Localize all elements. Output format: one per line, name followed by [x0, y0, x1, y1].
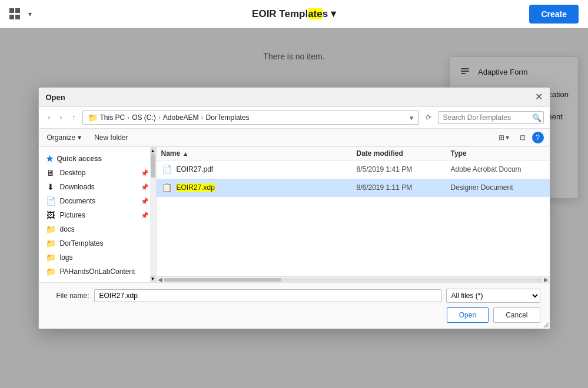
create-button[interactable]: Create — [529, 5, 579, 24]
toolbar-right: ⊞ ▾ ⊡ ? — [494, 131, 544, 144]
h-scroll-thumb[interactable] — [164, 278, 281, 282]
new-folder-button[interactable]: New folder — [91, 132, 131, 143]
dialog-title-bar: Open ✕ — [39, 88, 550, 107]
sort-arrow-icon: ▲ — [182, 150, 188, 157]
dialog-footer: File name: All files (*) Open Cancel — [39, 282, 550, 329]
table-row[interactable]: 📋 EOIR27.xdp 8/6/2019 1:11 PM Designer D… — [157, 179, 550, 197]
h-scroll-left-button[interactable]: ◀ — [158, 276, 162, 282]
sidebar-item-pahandsonlabcontent-label: PAHandsOnLabContent — [60, 267, 135, 276]
file-date-pdf: 8/5/2019 1:41 PM — [357, 165, 451, 173]
table-row[interactable]: 📄 EOIR27.pdf 8/5/2019 1:41 PM Adobe Acro… — [157, 160, 550, 179]
address-bar[interactable]: 📁 This PC › OS (C:) › AdobeAEM › DorTemp… — [82, 111, 419, 125]
downloads-icon: ⬇ — [46, 182, 55, 192]
column-date-header[interactable]: Date modified — [357, 149, 451, 158]
organize-label: Organize — [47, 133, 76, 142]
documents-icon: 📄 — [46, 196, 55, 206]
sidebar-item-documents-label: Documents — [60, 197, 96, 205]
search-input[interactable] — [438, 111, 544, 124]
cancel-button[interactable]: Cancel — [493, 307, 540, 323]
sidebar-item-pictures-label: Pictures — [60, 211, 85, 219]
dialog-close-button[interactable]: ✕ — [535, 92, 543, 102]
view-options-button[interactable]: ⊞ ▾ — [494, 131, 513, 144]
help-button[interactable]: ? — [532, 132, 544, 143]
dialog-body: ★ Quick access 🖥 Desktop 📌 ⬇ Downloads 📌 — [39, 147, 550, 282]
open-dialog: Open ✕ ‹ › ↑ 📁 This PC › OS (C:) › Adobe… — [38, 87, 550, 329]
horizontal-scrollbar: ◀ ▶ — [157, 276, 550, 282]
file-name-input[interactable] — [94, 289, 441, 302]
dialog-nav: ‹ › ↑ 📁 This PC › OS (C:) › AdobeAEM › D… — [39, 107, 550, 129]
file-type-select[interactable]: All files (*) — [446, 289, 540, 303]
sidebar-item-dortemplates-label: DorTemplates — [60, 239, 104, 247]
nav-forward-button[interactable]: › — [57, 111, 66, 124]
pictures-icon: 🖼 — [46, 210, 55, 220]
logs-folder-icon: 📁 — [46, 253, 55, 262]
dialog-title: Open — [46, 93, 65, 102]
sidebar-item-pahandsonlabcontent[interactable]: 📁 PAHandsOnLabContent — [39, 265, 156, 279]
column-name-header[interactable]: Name ▲ — [161, 149, 357, 158]
footer-buttons: Open Cancel — [48, 307, 540, 323]
xdp-file-icon: 📋 — [161, 182, 173, 193]
top-bar: ▾ EOIR Templates ▾ Create — [0, 0, 588, 28]
quick-access-star-icon: ★ — [46, 154, 54, 163]
file-name-row: File name: All files (*) — [48, 289, 540, 303]
file-date-xdp: 8/6/2019 1:11 PM — [357, 183, 451, 192]
sidebar-item-docs[interactable]: 📁 docs — [39, 222, 156, 236]
h-scroll-track — [164, 278, 543, 282]
title-dropdown-icon[interactable]: ▾ — [331, 8, 336, 19]
sidebar-item-docs-label: docs — [60, 225, 75, 233]
dropdown-chevron[interactable]: ▾ — [26, 9, 34, 19]
dortemplates-folder-icon: 📁 — [46, 239, 55, 248]
dialog-overlay: Open ✕ ‹ › ↑ 📁 This PC › OS (C:) › Adobe… — [0, 28, 588, 388]
breadcrumb-os-c[interactable]: OS (C:) — [132, 113, 156, 122]
desktop-pin-icon: 📌 — [141, 169, 149, 177]
sidebar-item-desktop-label: Desktop — [60, 169, 86, 177]
sidebar-item-logs-label: logs — [60, 253, 73, 262]
desktop-icon: 🖥 — [46, 168, 55, 178]
preview-pane-button[interactable]: ⊡ — [516, 131, 530, 144]
nav-section-quick-access: ★ Quick access 🖥 Desktop 📌 ⬇ Downloads 📌 — [39, 149, 156, 281]
downloads-pin-icon: 📌 — [141, 183, 149, 191]
sidebar-item-documents[interactable]: 📄 Documents 📌 — [39, 194, 156, 208]
organize-button[interactable]: Organize ▾ — [45, 132, 84, 143]
nav-back-button[interactable]: ‹ — [45, 111, 54, 124]
file-type-wrapper: All files (*) — [446, 289, 540, 303]
h-scroll-right-button[interactable]: ▶ — [544, 276, 549, 282]
search-button[interactable]: 🔍 — [532, 113, 542, 122]
search-wrapper: 🔍 — [438, 111, 544, 124]
toolbar-left: Organize ▾ New folder — [45, 132, 132, 143]
dialog-toolbar: Organize ▾ New folder ⊞ ▾ ⊡ ? — [39, 129, 550, 147]
sidebar-item-logs[interactable]: 📁 logs — [39, 250, 156, 265]
sidebar-item-downloads[interactable]: ⬇ Downloads 📌 — [39, 180, 156, 194]
left-panel-scroll-up[interactable]: ▲ — [150, 147, 156, 154]
pahandsonlabcontent-folder-icon: 📁 — [46, 267, 55, 276]
quick-access-header: ★ Quick access — [39, 152, 156, 166]
left-panel: ★ Quick access 🖥 Desktop 📌 ⬇ Downloads 📌 — [39, 147, 157, 282]
organize-chevron: ▾ — [78, 133, 81, 142]
sidebar-item-desktop[interactable]: 🖥 Desktop 📌 — [39, 166, 156, 180]
dialog-resize-handle[interactable] — [540, 319, 550, 329]
address-folder-icon: 📁 — [88, 113, 98, 122]
nav-up-button[interactable]: ↑ — [68, 111, 80, 124]
top-bar-left: ▾ — [9, 8, 34, 20]
page-title: EOIR Templates ▾ — [252, 8, 336, 20]
documents-pin-icon: 📌 — [141, 198, 149, 205]
sidebar-item-dortemplates[interactable]: 📁 DorTemplates — [39, 236, 156, 250]
docs-folder-icon: 📁 — [46, 225, 55, 234]
right-panel: Name ▲ Date modified Type 📄 EOIR27.pdf 8… — [157, 147, 550, 282]
sidebar-item-downloads-label: Downloads — [60, 183, 95, 191]
open-button[interactable]: Open — [447, 307, 489, 323]
left-panel-scroll-down[interactable]: ▼ — [150, 275, 156, 282]
file-type-pdf: Adobe Acrobat Docum — [451, 165, 545, 173]
address-dropdown-button[interactable]: ▾ — [410, 113, 414, 122]
breadcrumb-this-pc[interactable]: This PC — [100, 113, 125, 122]
pictures-pin-icon: 📌 — [141, 212, 149, 219]
grid-icon — [9, 8, 21, 20]
file-type-xdp: Designer Document — [451, 183, 545, 192]
breadcrumb-adobeaem[interactable]: AdobeAEM — [163, 113, 199, 122]
sidebar-item-pictures[interactable]: 🖼 Pictures 📌 — [39, 208, 156, 222]
view-chevron: ▾ — [506, 133, 509, 142]
breadcrumb-dortemplates[interactable]: DorTemplates — [206, 113, 250, 122]
column-type-header[interactable]: Type — [451, 149, 545, 158]
nav-refresh-button[interactable]: ⟳ — [421, 111, 436, 124]
file-list: 📄 EOIR27.pdf 8/5/2019 1:41 PM Adobe Acro… — [157, 160, 550, 276]
